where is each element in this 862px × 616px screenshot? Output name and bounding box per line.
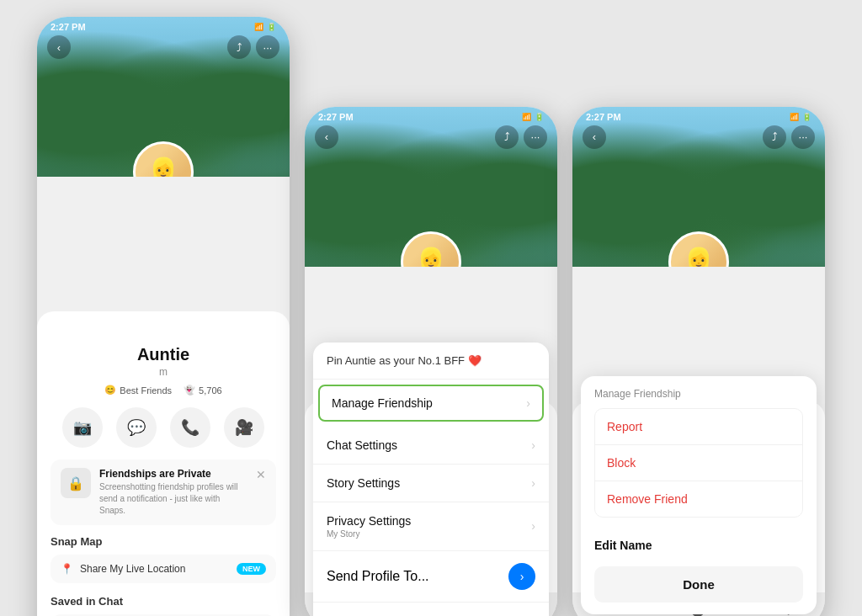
friendships-title: Friendships are Private	[99, 468, 247, 480]
chevron-icon-manage: ›	[526, 396, 530, 410]
more-button-3[interactable]: ···	[791, 125, 815, 149]
chevron-icon-story: ›	[531, 476, 535, 490]
manage-friendship-overlay: Manage Friendship Report Block Remove Fr…	[581, 376, 817, 614]
nav-right-icons-3: ⤴ ···	[763, 125, 815, 149]
avatar-2: 👱‍♀️	[401, 231, 461, 267]
snap-score-value: 5,706	[199, 385, 222, 396]
phone-3: 2:27 PM 📶 🔋 ‹ ⤴ ··· 👱‍♀️ Auntie m 😊 Best…	[572, 107, 825, 617]
wifi-icon-3: 📶	[790, 113, 799, 121]
avatar: 👱‍♀️	[133, 141, 194, 177]
send-profile-label: Send Profile To...	[327, 569, 429, 584]
privacy-settings-item[interactable]: Privacy Settings My Story ›	[313, 502, 549, 551]
battery-icon: 🔋	[267, 23, 276, 31]
friendships-icon: 🔒	[61, 468, 91, 498]
video-button[interactable]: 🎥	[224, 407, 264, 448]
chat-button[interactable]: 💬	[116, 407, 157, 448]
snap-score-icon: 👻	[184, 385, 195, 396]
action-buttons: 📷 💬 📞 🎥	[51, 407, 276, 448]
phone-1: 2:27 PM 📶 🔋 ‹ ⤴ ··· 👱‍♀️ Auntie m 😊 Best…	[37, 17, 290, 616]
friendships-text: Friendships are Private Screenshotting f…	[99, 468, 247, 517]
chat-settings-item[interactable]: Chat Settings ›	[313, 427, 549, 465]
saved-chat-header: Saved in Chat	[51, 595, 276, 608]
more-button-2[interactable]: ···	[524, 125, 547, 149]
share-button[interactable]: ⤴	[227, 35, 251, 59]
block-option[interactable]: Block	[595, 445, 802, 481]
done-button-3[interactable]: Done	[594, 566, 803, 603]
chevron-icon-privacy: ›	[531, 519, 535, 533]
time-display: 2:27 PM	[51, 22, 86, 32]
hero-background-3: 2:27 PM 📶 🔋 ‹ ⤴ ··· 👱‍♀️	[572, 107, 825, 267]
avatar-container-2: 👱‍♀️	[401, 231, 461, 267]
avatar-3: 👱‍♀️	[668, 231, 729, 267]
manage-friendship-title: Manage Friendship	[594, 388, 803, 400]
wifi-icon: 📶	[254, 23, 263, 31]
chat-settings-label: Chat Settings	[327, 438, 397, 452]
friendships-desc: Screenshotting friendship profiles will …	[99, 481, 247, 517]
manage-options-list: Report Block Remove Friend	[594, 408, 803, 518]
privacy-settings-label: Privacy Settings	[327, 514, 411, 528]
best-friends-stat: 😊 Best Friends	[104, 385, 172, 396]
avatar-container: 👱‍♀️	[133, 141, 194, 177]
back-button[interactable]: ‹	[47, 35, 71, 59]
best-friends-emoji: 😊	[104, 385, 116, 396]
privacy-settings-content: Privacy Settings My Story	[327, 514, 411, 539]
snap-map-card[interactable]: 📍 Share My Live Location NEW	[51, 555, 276, 583]
story-settings-label: Story Settings	[327, 476, 400, 490]
status-bar-1: 2:27 PM 📶 🔋	[37, 17, 290, 35]
time-display-3: 2:27 PM	[586, 112, 621, 122]
hero-background: 2:27 PM 📶 🔋 ‹ ⤴ ··· 👱‍♀️	[37, 17, 290, 177]
profile-stats: 😊 Best Friends 👻 5,706	[51, 385, 276, 396]
status-icons-3: 📶 🔋	[790, 113, 811, 121]
avatar-container-3: 👱‍♀️	[668, 231, 729, 267]
battery-icon-2: 🔋	[535, 113, 544, 121]
more-button[interactable]: ···	[256, 35, 279, 59]
new-badge: NEW	[237, 563, 266, 575]
battery-icon-3: 🔋	[802, 113, 811, 121]
share-location-label: Share My Live Location	[80, 563, 185, 575]
report-option[interactable]: Report	[595, 409, 802, 445]
profile-content: Auntie m 😊 Best Friends 👻 5,706 📷 💬 📞 🎥 …	[37, 311, 290, 616]
send-circle-button[interactable]: ›	[508, 563, 535, 590]
status-icons: 📶 🔋	[254, 23, 276, 31]
nav-right-icons-2: ⤴ ···	[495, 125, 547, 149]
top-navigation-3: ‹ ⤴ ···	[572, 125, 825, 149]
nav-right-icons: ⤴ ···	[227, 35, 279, 59]
profile-username: m	[51, 366, 276, 378]
snap-map-header: Snap Map	[51, 535, 276, 548]
hero-background-2: 2:27 PM 📶 🔋 ‹ ⤴ ··· 👱‍♀️	[305, 107, 557, 267]
status-bar-3: 2:27 PM 📶 🔋	[572, 107, 825, 125]
location-icon: 📍	[61, 563, 73, 575]
phone-2: 2:27 PM 📶 🔋 ‹ ⤴ ··· 👱‍♀️ Auntie m 😊 Best…	[305, 107, 557, 617]
chevron-icon-chat: ›	[531, 438, 535, 452]
edit-name-button[interactable]: Edit Name	[594, 528, 803, 563]
camera-button[interactable]: 📷	[62, 407, 103, 448]
profile-name: Auntie	[51, 345, 276, 364]
close-card-button[interactable]: ✕	[256, 468, 266, 481]
share-button-3[interactable]: ⤴	[763, 125, 786, 149]
saved-in-chat-section: Saved in Chat Photos and videos saved in…	[51, 595, 276, 616]
snap-score-stat: 👻 5,706	[184, 385, 222, 396]
wifi-icon-2: 📶	[522, 113, 531, 121]
remove-friend-option[interactable]: Remove Friend	[595, 481, 802, 517]
manage-friendship-label: Manage Friendship	[332, 396, 433, 410]
status-bar-2: 2:27 PM 📶 🔋	[305, 107, 557, 125]
top-navigation-2: ‹ ⤴ ···	[305, 125, 557, 149]
story-settings-item[interactable]: Story Settings ›	[313, 465, 549, 502]
time-display-2: 2:27 PM	[318, 112, 354, 122]
status-icons-2: 📶 🔋	[522, 113, 544, 121]
send-profile-row[interactable]: Send Profile To... ›	[313, 551, 549, 602]
back-button-3[interactable]: ‹	[583, 125, 606, 149]
top-navigation: ‹ ⤴ ···	[37, 35, 290, 59]
back-button-2[interactable]: ‹	[315, 125, 338, 149]
manage-friendship-item[interactable]: Manage Friendship ›	[318, 385, 544, 422]
call-button[interactable]: 📞	[170, 407, 210, 448]
best-friends-label: Best Friends	[120, 385, 172, 396]
friendships-private-card: 🔒 Friendships are Private Screenshotting…	[51, 459, 276, 525]
menu-overlay: Pin Auntie as your No.1 BFF ❤️ Manage Fr…	[313, 343, 549, 617]
privacy-settings-sub: My Story	[327, 529, 411, 539]
snap-map-left: 📍 Share My Live Location	[61, 563, 185, 575]
share-button-2[interactable]: ⤴	[495, 125, 519, 149]
pin-bff-row[interactable]: Pin Auntie as your No.1 BFF ❤️	[313, 343, 549, 380]
done-button-2[interactable]: Done	[313, 602, 549, 617]
